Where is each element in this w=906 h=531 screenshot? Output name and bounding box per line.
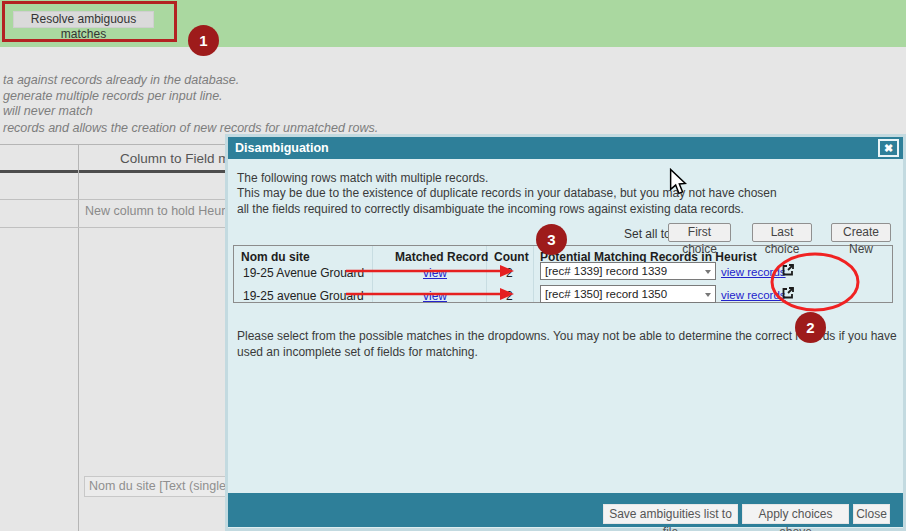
bg-field-mapping-box[interactable]: Nom du site [Text (single xyxy=(84,476,226,497)
table-column-divider xyxy=(372,246,373,302)
bg-table-divider xyxy=(78,144,79,531)
bg-new-column-label: New column to hold Heurist r xyxy=(85,204,245,218)
selected-option: [rec# 1339] record 1339 xyxy=(545,265,667,277)
dialog-titlebar: Disambiguation ✖ xyxy=(228,137,903,159)
intro-line: all the fields required to correctly dis… xyxy=(237,202,777,217)
column-header-count: Count xyxy=(494,250,529,264)
bg-table-border xyxy=(0,144,225,145)
hint-line: will never match xyxy=(3,104,239,120)
view-link[interactable]: view xyxy=(423,266,447,280)
intro-line: The following rows match with multiple r… xyxy=(237,171,777,186)
column-header-matched-record: Matched Record xyxy=(395,250,488,264)
chevron-down-icon xyxy=(705,270,711,274)
view-records-link[interactable]: view records xyxy=(721,289,786,301)
apply-choices-button[interactable]: Apply choices above xyxy=(742,504,849,524)
selected-option: [rec# 1350] record 1350 xyxy=(545,288,667,300)
column-header-site: Nom du site xyxy=(241,250,310,264)
save-ambiguities-button[interactable]: Save ambiguities list to file xyxy=(603,504,738,524)
resolve-ambiguous-matches-button[interactable]: Resolve ambiguous matches xyxy=(13,11,154,28)
match-select[interactable]: [rec# 1339] record 1339 xyxy=(540,262,716,280)
background-hint-text: ta against records already in the databa… xyxy=(3,73,239,120)
chevron-down-icon xyxy=(705,293,711,297)
view-records-link[interactable]: view records xyxy=(721,266,786,278)
bg-column-to-field-header: Column to Field ma xyxy=(120,151,237,166)
intro-line: This may be due to the existence of dupl… xyxy=(237,186,777,201)
view-link[interactable]: view xyxy=(423,289,447,303)
table-row-site: 19-25 avenue Grouard xyxy=(243,289,364,303)
table-column-divider xyxy=(533,246,534,302)
annotation-badge-3: 3 xyxy=(536,224,567,255)
external-link-icon[interactable] xyxy=(781,286,795,300)
count-value: 2 xyxy=(506,266,513,280)
last-choice-button[interactable]: Last choice xyxy=(752,223,812,242)
hint-line: ta against records already in the databa… xyxy=(3,73,239,89)
bg-row-border xyxy=(0,227,225,228)
external-link-icon[interactable] xyxy=(781,263,795,277)
table-row-site: 19-25 Avenue Grouard xyxy=(243,266,364,280)
dialog-intro-text: The following rows match with multiple r… xyxy=(237,171,777,217)
close-button[interactable]: Close xyxy=(853,504,890,524)
bg-table-header-border xyxy=(0,170,225,173)
create-new-button[interactable]: Create New xyxy=(831,223,891,242)
close-icon[interactable]: ✖ xyxy=(878,139,899,157)
hint-line: generate multiple records per input line… xyxy=(3,89,239,105)
first-choice-button[interactable]: First choice xyxy=(668,223,731,242)
set-all-to-label: Set all to: xyxy=(624,227,674,241)
annotation-badge-2: 2 xyxy=(795,312,826,343)
dialog-title: Disambiguation xyxy=(228,141,329,155)
count-value: 2 xyxy=(506,289,513,303)
match-select[interactable]: [rec# 1350] record 1350 xyxy=(540,285,716,303)
hint-line: records and allows the creation of new r… xyxy=(3,121,378,135)
import-screen: Resolve ambiguous matches ta against rec… xyxy=(0,0,906,531)
bg-row-border xyxy=(0,199,225,200)
annotation-badge-1: 1 xyxy=(188,25,219,56)
